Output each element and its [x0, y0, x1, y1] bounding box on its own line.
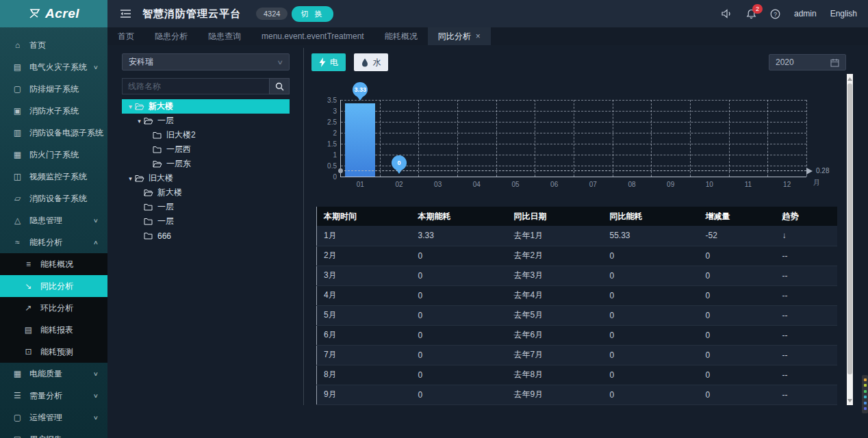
sidebar-item[interactable]: △隐患管理∨ — [0, 209, 107, 231]
sidebar-subitem-label: 同比分析 — [40, 281, 73, 292]
table-cell: 0 — [699, 385, 776, 404]
sidebar-item[interactable]: ▤电气火灾子系统∨ — [0, 56, 107, 78]
energy-report-icon: ▤ — [23, 325, 34, 335]
tree-node[interactable]: 一层西 — [122, 142, 290, 157]
scrollbar-thumb[interactable] — [847, 83, 852, 374]
tree-node-label: 旧大楼2 — [166, 129, 196, 141]
sidebar-subitem[interactable]: ≡能耗概况 — [0, 253, 107, 275]
tree-node-label: 一层 — [157, 115, 174, 127]
sidebar-item[interactable]: ▦电能质量∨ — [0, 363, 107, 385]
sidebar-subitem[interactable]: ⊡能耗预测 — [0, 341, 107, 363]
y-axis-tick: 3.5 — [327, 96, 337, 104]
sidebar-item[interactable]: ◫视频监控子系统 — [0, 166, 107, 188]
language-switch[interactable]: English — [830, 9, 857, 18]
v-gridline — [613, 100, 613, 177]
tree-node[interactable]: ▾旧大楼 — [122, 171, 290, 185]
tree-node[interactable]: 666 — [122, 229, 290, 243]
water-toggle-button[interactable]: 水 — [354, 53, 388, 71]
help-icon[interactable]: ? — [770, 9, 780, 19]
sidebar-item[interactable]: ☰需量分析∨ — [0, 385, 107, 407]
sidebar-item[interactable]: ▢运维管理∨ — [0, 407, 107, 428]
trend-none: -- — [776, 345, 837, 365]
tab-隐患分析[interactable]: 隐患分析 — [144, 27, 198, 45]
sidebar-item[interactable]: ▥消防设备电源子系统 — [0, 122, 107, 144]
sidebar-item[interactable]: ▱消防设备子系统 — [0, 188, 107, 209]
sidebar-item[interactable]: ▣消防水子系统 — [0, 100, 107, 122]
trend-none: -- — [776, 365, 837, 385]
smoke-control-system-icon: ▢ — [12, 84, 23, 94]
tab-隐患查询[interactable]: 隐患查询 — [198, 27, 251, 45]
table-cell: 0 — [411, 266, 507, 285]
year-picker[interactable]: 2020 — [769, 54, 846, 70]
close-icon[interactable]: × — [476, 32, 481, 40]
main-toolbar: 电 水 2020 — [311, 53, 847, 71]
tab-首页[interactable]: 首页 — [107, 27, 144, 45]
tree-node[interactable]: 新大楼 — [122, 185, 290, 200]
home-icon: ⌂ — [12, 40, 23, 50]
bell-icon[interactable]: 2 — [746, 9, 756, 19]
chevron-down-icon: ∨ — [93, 64, 99, 70]
v-gridline — [806, 100, 807, 177]
tree-node[interactable]: 一层 — [122, 214, 290, 229]
tree-node[interactable]: ▾新大楼 — [122, 99, 290, 114]
x-axis-name: 月 — [813, 178, 820, 188]
folder-icon — [153, 146, 162, 153]
tab-能耗概况[interactable]: 能耗概况 — [374, 27, 428, 45]
volume-icon[interactable] — [722, 9, 732, 18]
fire-power-system-icon: ▥ — [12, 128, 23, 138]
tree-node[interactable]: ▾一层 — [122, 114, 290, 128]
widget-dot — [864, 378, 867, 381]
sidebar-subitem-label: 环比分析 — [40, 302, 73, 314]
table-cell: 0 — [411, 385, 507, 404]
sidebar-item[interactable]: ▣用户报告 — [0, 428, 107, 438]
v-gridline — [690, 100, 691, 177]
table-cell: 去年9月 — [507, 385, 603, 404]
tree-node-label: 新大楼 — [149, 101, 173, 112]
sidebar-subitem[interactable]: ▤能耗报表 — [0, 319, 107, 341]
sidebar-subitem[interactable]: ↘同比分析 — [0, 275, 107, 297]
table-cell: 0 — [411, 246, 507, 266]
table-cell: 1月 — [317, 226, 411, 246]
vertical-scrollbar[interactable] — [847, 74, 853, 405]
scroll-up-icon[interactable] — [847, 75, 853, 82]
floating-widget[interactable] — [862, 375, 868, 413]
chevron-down-icon: ∨ — [93, 415, 99, 421]
tree-node-label: 一层 — [157, 201, 174, 213]
user-report-icon: ▣ — [12, 435, 23, 438]
sidebar-item[interactable]: ≈能耗分析∧ — [0, 231, 107, 253]
table-row: 5月0去年5月00-- — [317, 305, 837, 325]
station-select[interactable]: 安科瑞 ∨ — [122, 53, 290, 70]
year-value: 2020 — [776, 57, 794, 67]
sidebar-subitem[interactable]: ↗环比分析 — [0, 297, 107, 319]
tree-node[interactable]: 旧大楼2 — [122, 128, 290, 142]
line-search-input[interactable] — [122, 78, 269, 94]
scroll-down-icon[interactable] — [847, 397, 853, 404]
table-row: 4月0去年4月00-- — [317, 285, 837, 305]
sidebar-item[interactable]: ▢防排烟子系统 — [0, 78, 107, 100]
device-tree: ▾新大楼▾一层旧大楼2一层西一层东▾旧大楼新大楼一层一层666 — [122, 99, 290, 243]
sidebar-item[interactable]: ▦防火门子系统 — [0, 144, 107, 166]
switch-button[interactable]: 切 换 — [292, 6, 333, 22]
folder-open-icon — [144, 117, 153, 125]
electric-toggle-label: 电 — [330, 57, 338, 68]
data-point-label: 0 — [392, 155, 407, 170]
search-button[interactable] — [269, 78, 290, 94]
table-row: 2月0去年2月00-- — [317, 246, 837, 266]
username[interactable]: admin — [794, 9, 817, 18]
widget-dot — [864, 402, 867, 404]
x-axis-tick: 11 — [745, 181, 752, 188]
electric-toggle-button[interactable]: 电 — [311, 53, 346, 71]
tree-node[interactable]: 一层东 — [122, 157, 290, 171]
menu-fold-icon[interactable] — [120, 9, 131, 18]
table-cell: 0 — [603, 325, 699, 345]
sidebar-item[interactable]: ⌂首页 — [0, 34, 107, 56]
tab-menu.event.eventTreatment[interactable]: menu.event.eventTreatment — [251, 27, 374, 45]
chevron-down-icon: ∨ — [93, 218, 99, 224]
table-header-cell: 本期时间 — [317, 207, 411, 226]
tab-同比分析[interactable]: 同比分析× — [428, 27, 491, 45]
table-header-cell: 本期能耗 — [411, 207, 507, 226]
table-cell: 去年1月 — [507, 226, 603, 246]
yoy-bar-chart: 00.511.522.533.5010203040506070809101112… — [311, 77, 842, 196]
energy-overview-icon: ≡ — [23, 259, 34, 269]
tree-node[interactable]: 一层 — [122, 200, 290, 214]
